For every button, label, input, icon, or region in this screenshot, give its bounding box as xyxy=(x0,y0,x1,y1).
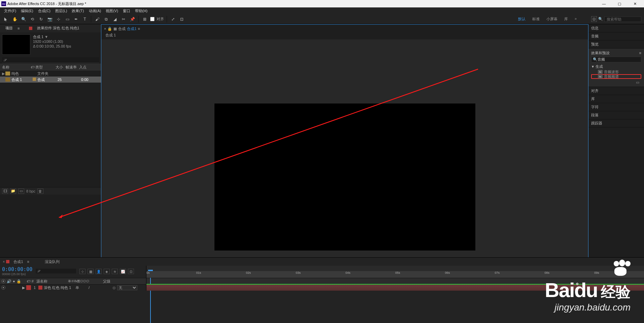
menu-edit[interactable]: 编辑(E) xyxy=(19,8,35,13)
col-name[interactable]: 名称 xyxy=(2,65,31,70)
workspace-default[interactable]: 默认 xyxy=(518,17,526,22)
parent-dropdown[interactable]: 无 xyxy=(117,285,137,290)
panel-menu-icon[interactable]: ≡ xyxy=(27,260,29,264)
menu-composition[interactable]: 合成(C) xyxy=(36,8,53,13)
new-comp-icon[interactable]: ▭ xyxy=(18,188,24,194)
pickwhip-icon[interactable]: ◎ xyxy=(112,286,116,290)
panel-audio[interactable]: 音频 xyxy=(588,32,644,40)
effect-controls-tab[interactable]: 效果控件 深色 红色 纯色1 xyxy=(34,25,82,32)
col-label-icon[interactable]: 🏷 xyxy=(31,65,35,69)
snap-opt2[interactable]: ⊡ xyxy=(178,16,185,23)
workspace-library[interactable]: 库 xyxy=(564,17,568,22)
workspace-more[interactable]: » xyxy=(575,17,577,22)
brainstorm-icon[interactable]: ⊡ xyxy=(128,269,134,274)
orbit-tool[interactable]: ⟲ xyxy=(29,16,36,23)
brush-tool[interactable]: 🖌 xyxy=(94,16,101,23)
timeline-timecode[interactable]: 0:00:00:00 xyxy=(2,266,32,272)
timeline-layer-row[interactable]: ▶ 1 深色 红色 纯色 1 单 / ◎ 无 xyxy=(0,285,644,291)
effect-group-generate[interactable]: ▼ 生成 xyxy=(591,64,641,69)
hide-shy-icon[interactable]: 👤 xyxy=(96,269,102,274)
menu-effect[interactable]: 效果(T) xyxy=(70,8,86,13)
effect-audio-spectrum[interactable]: fx音频频谱 xyxy=(591,74,641,79)
layer-video-toggle[interactable] xyxy=(1,286,5,290)
layer-label-swatch[interactable] xyxy=(26,285,31,290)
col-fps[interactable]: 帧速率 xyxy=(66,65,79,70)
timeline-tab-comp[interactable]: 合成1 xyxy=(11,259,26,265)
col-source-name[interactable]: 源名称 xyxy=(36,279,67,284)
panel-tracker[interactable]: 跟踪器 xyxy=(588,119,644,127)
menu-animation[interactable]: 动画(A) xyxy=(87,8,103,13)
close-tab-icon[interactable]: × xyxy=(3,260,5,264)
trash-icon[interactable]: 🗑 xyxy=(37,188,43,194)
rotate-tool[interactable]: ↻ xyxy=(38,16,44,23)
draft-3d-icon[interactable]: ▦ xyxy=(88,269,94,274)
panel-menu-icon[interactable]: ≡ xyxy=(18,26,20,30)
selection-tool[interactable] xyxy=(3,16,9,23)
col-parent[interactable]: 父级 xyxy=(103,279,110,284)
project-row-comp[interactable]: 合成 1 合成 25 0:00 xyxy=(0,77,101,83)
timeline-search-input[interactable] xyxy=(36,269,76,273)
timeline-ruler[interactable]: 0s01s02s03s04s05s06s07s08s09s10s xyxy=(146,266,644,278)
col-size[interactable]: 大小 xyxy=(56,65,66,70)
pan-behind-tool[interactable]: ⊹ xyxy=(55,16,62,23)
minimize-button[interactable]: — xyxy=(596,0,612,7)
panel-menu-icon[interactable]: ≡ xyxy=(639,51,641,55)
project-search-input[interactable] xyxy=(2,57,99,63)
graph-editor-icon[interactable]: 📈 xyxy=(120,269,126,274)
col-in[interactable]: 入点 xyxy=(79,65,89,70)
effects-search-input[interactable] xyxy=(598,58,644,62)
lock-icon[interactable]: 🔒 xyxy=(107,27,112,31)
camera-tool[interactable]: 📷 xyxy=(46,16,53,23)
maximize-button[interactable]: ▢ xyxy=(612,0,627,7)
flowchart-crumb[interactable]: 合成 1 xyxy=(105,33,116,37)
timeline-tab-render-queue[interactable]: 渲染队列 xyxy=(42,259,62,265)
workspace-small[interactable]: 小屏幕 xyxy=(546,17,557,22)
hand-tool[interactable]: ✋ xyxy=(11,16,18,23)
layer-name[interactable]: 深色 红色 纯色 1 xyxy=(44,285,74,290)
panel-library[interactable]: 库 xyxy=(588,95,644,103)
menu-window[interactable]: 窗口 xyxy=(121,8,132,13)
close-panel-icon[interactable]: × xyxy=(104,27,106,31)
effect-audio-waveform[interactable]: fx音频波形 xyxy=(591,69,641,74)
comp-thumbnail[interactable] xyxy=(2,34,30,55)
snap-icon[interactable]: ⊞ xyxy=(141,16,148,23)
pen-tool[interactable]: ✒ xyxy=(73,16,79,23)
menu-layer[interactable]: 图层(L) xyxy=(53,8,69,13)
sync-icon[interactable]: ⊡ xyxy=(591,16,597,22)
panel-character[interactable]: 字符 xyxy=(588,103,644,111)
project-row-folder[interactable]: ▶ 纯色 文件夹 xyxy=(0,70,101,77)
panel-align[interactable]: 对齐 xyxy=(588,87,644,95)
new-folder-icon[interactable]: 📁 xyxy=(10,188,16,194)
clone-tool[interactable]: ⧉ xyxy=(103,16,109,23)
layer-bar[interactable] xyxy=(146,285,644,291)
menu-view[interactable]: 视图(V) xyxy=(104,8,120,13)
menu-file[interactable]: 文件(F) xyxy=(2,8,18,13)
effects-panel-title[interactable]: 效果和预设 xyxy=(591,51,610,56)
puppet-tool[interactable]: 📌 xyxy=(129,16,136,23)
eraser-tool[interactable]: ◢ xyxy=(111,16,118,23)
panel-info[interactable]: 信息 xyxy=(588,24,644,32)
frame-blend-icon[interactable]: ◈ xyxy=(104,269,110,274)
col-type[interactable]: 类型 xyxy=(35,65,56,70)
snap-opt1[interactable]: ⤢ xyxy=(170,16,176,23)
text-tool[interactable]: T xyxy=(81,16,88,23)
close-button[interactable]: ✕ xyxy=(627,0,643,7)
motion-blur-icon[interactable]: ≋ xyxy=(112,269,118,274)
new-bin-icon[interactable]: ▭ xyxy=(636,80,639,84)
zoom-tool[interactable]: 🔍 xyxy=(20,16,27,23)
bit-depth[interactable]: 8 bpc xyxy=(26,189,35,193)
comp-active-name[interactable]: 合成1 xyxy=(127,26,136,31)
workspace-standard[interactable]: 标准 xyxy=(532,17,540,22)
menu-help[interactable]: 帮助(H) xyxy=(133,8,149,13)
panel-preview[interactable]: 预览 xyxy=(588,40,644,49)
composition-canvas[interactable] xyxy=(214,104,475,251)
interpret-footage-icon[interactable]: 🎞 xyxy=(2,188,8,194)
layer-switch-quality[interactable]: 单 xyxy=(75,285,79,290)
panel-menu-icon[interactable]: ≡ xyxy=(138,27,140,31)
dropdown-arrow-icon[interactable]: ▼ xyxy=(44,35,48,39)
panel-paragraph[interactable]: 段落 xyxy=(588,111,644,119)
help-search-input[interactable] xyxy=(604,17,641,22)
roto-tool[interactable]: ✂ xyxy=(120,16,127,23)
rect-tool[interactable]: ▭ xyxy=(64,16,71,23)
project-tab[interactable]: 项目 xyxy=(3,25,15,32)
